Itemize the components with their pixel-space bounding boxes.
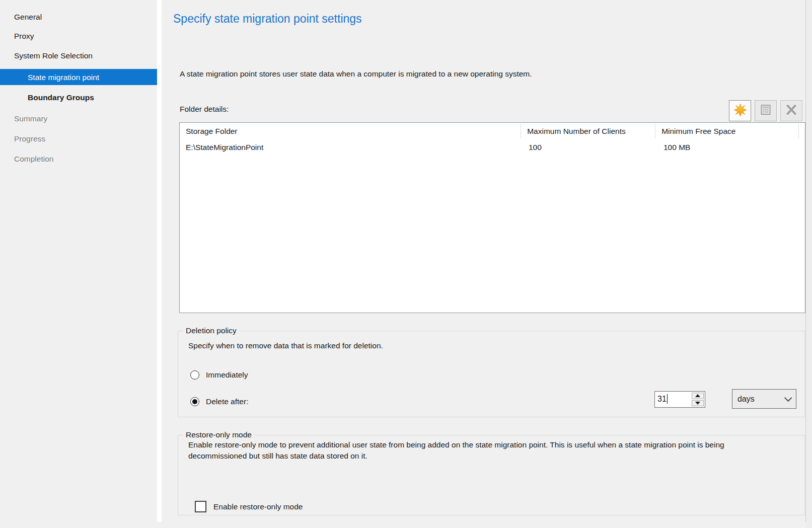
sidebar-item-system-role-selection[interactable]: System Role Selection	[0, 51, 157, 60]
text-cursor	[667, 394, 668, 404]
cell-min-free-space: 100 MB	[657, 143, 801, 152]
table-header-row: Storage Folder Maximum Number of Clients…	[180, 123, 805, 140]
delete-after-days-value[interactable]: 31	[655, 392, 691, 407]
page-description: A state migration point stores user stat…	[180, 69, 532, 79]
restore-only-description: Enable restore-only mode to prevent addi…	[188, 439, 775, 462]
radio-immediately[interactable]: Immediately	[190, 370, 248, 380]
delete-x-icon	[785, 103, 798, 118]
starburst-new-icon	[733, 103, 747, 119]
spinner-down-button[interactable]	[692, 400, 704, 407]
page-title: Specify state migration point settings	[173, 12, 362, 26]
column-header-storage-folder[interactable]: Storage Folder	[180, 124, 521, 139]
enable-restore-only-checkbox[interactable]	[195, 501, 206, 512]
spinner-buttons	[691, 392, 705, 407]
sidebar-item-general[interactable]: General	[0, 12, 157, 22]
new-folder-button[interactable]	[729, 100, 751, 121]
properties-button	[755, 100, 777, 121]
radio-delete-after-label[interactable]: Delete after:	[206, 397, 248, 406]
sidebar-content-divider	[157, 0, 162, 522]
column-header-filler	[799, 124, 805, 139]
sidebar-item-summary: Summary	[0, 114, 157, 123]
sidebar-item-progress: Progress	[0, 134, 157, 143]
cell-storage-folder: E:\StateMigrationPoint	[180, 143, 523, 152]
folder-toolbar	[729, 100, 802, 121]
properties-icon	[759, 103, 772, 118]
restore-only-legend: Restore-only mode	[183, 430, 254, 439]
deletion-policy-description: Specify when to remove data that is mark…	[188, 340, 383, 351]
radio-delete-after-circle[interactable]	[190, 397, 199, 406]
enable-restore-only-label[interactable]: Enable restore-only mode	[213, 502, 303, 511]
delete-after-unit-select[interactable]: days	[732, 389, 796, 409]
radio-immediately-circle[interactable]	[190, 370, 199, 380]
down-arrow-icon	[695, 402, 700, 405]
radio-delete-after[interactable]: Delete after:	[190, 397, 248, 406]
sidebar-item-state-migration-point[interactable]: State migration point	[0, 69, 157, 85]
unit-selected-value: days	[737, 395, 755, 404]
delete-after-days-spinner[interactable]: 31	[654, 391, 705, 408]
sidebar-item-completion: Completion	[0, 154, 157, 164]
chevron-down-icon	[784, 394, 792, 402]
sidebar-item-boundary-groups[interactable]: Boundary Groups	[0, 93, 157, 102]
column-header-min-free-space[interactable]: Minimum Free Space	[655, 124, 799, 139]
right-margin	[806, 0, 812, 528]
spinner-up-button[interactable]	[692, 393, 704, 399]
table-row[interactable]: E:\StateMigrationPoint 100 100 MB	[180, 140, 805, 155]
folder-details-table: Storage Folder Maximum Number of Clients…	[179, 122, 805, 313]
wizard-page: General Proxy System Role Selection Stat…	[0, 0, 812, 528]
delete-button	[780, 100, 802, 121]
cell-max-clients: 100	[523, 143, 657, 152]
column-header-max-clients[interactable]: Maximum Number of Clients	[521, 124, 655, 139]
deletion-policy-legend: Deletion policy	[183, 326, 239, 335]
up-arrow-icon	[695, 394, 700, 397]
radio-immediately-label[interactable]: Immediately	[206, 370, 248, 380]
wizard-step-sidebar: General Proxy System Role Selection Stat…	[0, 0, 157, 522]
folder-details-label: Folder details:	[180, 105, 229, 114]
enable-restore-only-row[interactable]: Enable restore-only mode	[195, 501, 303, 512]
sidebar-item-proxy[interactable]: Proxy	[0, 31, 157, 41]
